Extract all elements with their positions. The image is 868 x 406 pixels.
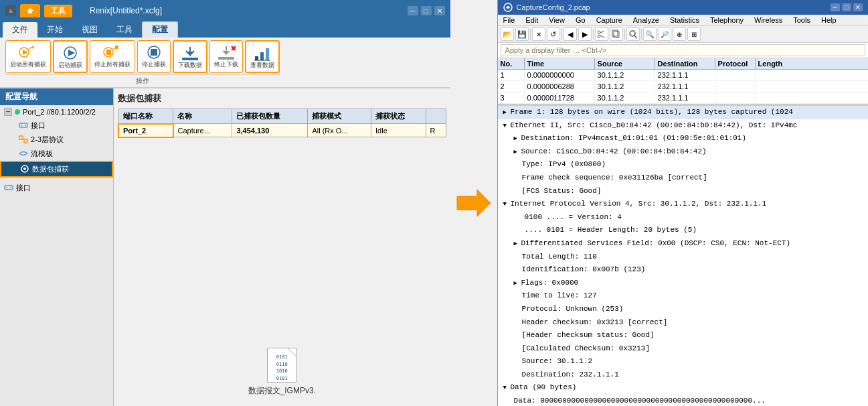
sidebar-item-interface1[interactable]: 接口 — [0, 119, 113, 133]
btn-stop-capture-label: 停止捕获 — [142, 61, 166, 68]
table-row[interactable]: Port_2 Capture... 3,454,130 All (Rx O...… — [118, 124, 446, 137]
svg-rect-14 — [182, 58, 198, 60]
ws-btn-copy[interactable] — [610, 27, 623, 41]
ws-window-controls: ─ □ ✕ — [831, 3, 863, 11]
packet-row-3[interactable]: 3 0.0000011728 30.1.1.2 232.1.1.1 — [498, 92, 868, 104]
quick-access[interactable] — [20, 4, 40, 17]
menu-analyze[interactable]: Analyze — [628, 15, 665, 25]
sidebar-item-port[interactable]: ─ Port_2 //80.1.1200/2/2 — [0, 105, 113, 119]
menu-capture[interactable]: Capture — [591, 15, 628, 25]
ws-maximize[interactable]: □ — [842, 3, 851, 11]
menu-telephony[interactable]: Telephony — [705, 15, 749, 25]
ws-btn-open[interactable]: 📂 — [501, 27, 514, 41]
menu-view[interactable]: View — [543, 15, 570, 25]
detail-row-21[interactable]: ▼ Data (90 bytes) — [498, 381, 868, 395]
ws-list-header: No. Time Source Destination Protocol Len… — [498, 58, 868, 70]
svg-point-31 — [23, 167, 26, 170]
detail-row-13[interactable]: ▶ Flags: 0x0000 — [498, 277, 868, 290]
tab-config[interactable]: 配置 — [142, 21, 178, 38]
detail-row-12: Identification: 0x007b (123) — [498, 263, 868, 277]
menu-statistics[interactable]: Statistics — [665, 15, 705, 25]
tab-view[interactable]: 视图 — [72, 22, 107, 38]
tab-start[interactable]: 开始 — [37, 22, 72, 38]
ws-btn-close[interactable]: ✕ — [532, 27, 545, 41]
pkt2-src: 30.1.1.2 — [595, 81, 655, 92]
sidebar-item-capture-active[interactable]: 数据包捕获 — [0, 161, 113, 178]
ws-minimize[interactable]: ─ — [831, 3, 840, 11]
ws-btn-reload[interactable]: ↺ — [547, 27, 560, 41]
col-count: 已捕获包数量 — [232, 109, 308, 124]
btn-download[interactable]: 下载数据 — [173, 40, 207, 73]
svg-point-33 — [6, 187, 7, 188]
detail-row-0[interactable]: ▶ Frame 1: 128 bytes on wire (1024 bits)… — [498, 106, 868, 119]
menu-help[interactable]: Help — [816, 15, 842, 25]
expand-icon-1: ▼ — [503, 123, 511, 129]
pkt3-no: 3 — [498, 92, 525, 103]
copy-icon — [612, 29, 621, 39]
menu-wireless[interactable]: Wireless — [749, 15, 788, 25]
ws-btn-forward[interactable]: ▶ — [578, 27, 592, 41]
header-no: No. — [498, 58, 525, 69]
detail-row-1[interactable]: ▼ Ethernet II, Src: Cisco_b0:84:42 (00:0… — [498, 119, 868, 133]
svg-rect-27 — [19, 136, 23, 139]
btn-start-capture-label: 启动捕获 — [58, 62, 82, 69]
detail-row-3[interactable]: ▶ Source: Cisco_b0:84:42 (00:0e:84:b0:84… — [498, 145, 868, 159]
tab-tools[interactable]: 工具 — [107, 22, 142, 38]
active-tab-badge[interactable]: 工具 — [44, 5, 72, 17]
header-len: Length — [756, 58, 796, 69]
svg-rect-20 — [255, 56, 258, 60]
btn-stop-capture[interactable]: 停止捕获 — [137, 40, 171, 73]
menu-edit[interactable]: Edit — [520, 15, 543, 25]
detail-row-7[interactable]: ▼ Internet Protocol Version 4, Src: 30.1… — [498, 198, 868, 211]
ws-filter-input[interactable] — [501, 44, 865, 56]
svg-line-39 — [600, 31, 604, 33]
close-btn[interactable]: ✕ — [434, 6, 445, 15]
pkt2-len — [756, 81, 796, 92]
sidebar: 配置导航 ─ Port_2 //80.1.1200/2/2 接口 2-3层协议 … — [0, 88, 114, 406]
ws-btn-find[interactable] — [626, 27, 640, 41]
sidebar-item-interface2[interactable]: 接口 — [0, 180, 113, 195]
btn-view-data[interactable]: 查看数据 — [245, 40, 280, 73]
ws-btn-normal[interactable]: ⊕ — [673, 27, 686, 41]
detail-row-6: [FCS Status: Good] — [498, 185, 868, 198]
svg-rect-16 — [218, 57, 234, 60]
expand-icon[interactable]: ─ — [4, 108, 12, 116]
svg-marker-7 — [68, 50, 75, 56]
pkt2-proto — [715, 81, 756, 92]
tab-file[interactable]: 文件 — [3, 22, 37, 38]
packet-row-2[interactable]: 2 0.0000006288 30.1.1.2 232.1.1.1 — [498, 81, 868, 92]
capture-content: 数据包捕获 端口名称 名称 已捕获包数量 捕获模式 捕获状态 Port_2 — [114, 88, 450, 406]
sidebar-item-flow[interactable]: 流模板 — [0, 147, 113, 161]
ws-menubar: File Edit View Go Capture Analyze Statis… — [498, 15, 868, 26]
ws-close[interactable]: ✕ — [853, 3, 863, 11]
menu-tools[interactable]: Tools — [788, 15, 816, 25]
svg-rect-21 — [260, 52, 264, 60]
btn-start-all[interactable]: 启动所有捕获 — [5, 40, 51, 73]
ws-btn-back[interactable]: ◀ — [563, 27, 577, 41]
detail-row-10[interactable]: ▶ Differentiated Services Field: 0x00 (D… — [498, 237, 868, 251]
maximize-btn[interactable]: □ — [421, 6, 432, 15]
ws-title-bar: CaptureConfig_2.pcap ─ □ ✕ — [498, 0, 868, 15]
btn-stop-all[interactable]: 停止所有捕获 — [90, 40, 135, 73]
cell-name: Capture... — [173, 124, 232, 137]
detail-row-2[interactable]: ▶ Destination: IPv4mcast_01:01:01 (01:00… — [498, 132, 868, 145]
expand-icon-3: ▶ — [514, 149, 521, 155]
header-proto: Protocol — [715, 58, 756, 69]
minimize-btn[interactable]: ─ — [408, 6, 418, 15]
btn-terminate[interactable]: 终止下载 — [209, 40, 243, 73]
detail-row-14: Time to live: 127 — [498, 289, 868, 303]
ws-btn-resize[interactable]: ⊞ — [687, 27, 701, 41]
sidebar-item-protocol[interactable]: 2-3层协议 — [0, 133, 113, 147]
menu-go[interactable]: Go — [570, 15, 591, 25]
capture-table: 端口名称 名称 已捕获包数量 捕获模式 捕获状态 Port_2 Capture.… — [118, 109, 446, 138]
ws-btn-zoom-out[interactable]: 🔎 — [658, 27, 671, 41]
packet-row-1[interactable]: 1 0.0000000000 30.1.1.2 232.1.1.1 — [498, 70, 868, 81]
menu-file[interactable]: File — [498, 15, 521, 25]
ws-btn-zoom-in[interactable]: 🔍 — [643, 27, 657, 41]
detail-row-11: Total Length: 110 — [498, 251, 868, 264]
btn-start-capture[interactable]: 启动捕获 — [53, 40, 88, 73]
ws-btn-save[interactable]: 💾 — [515, 27, 529, 41]
cell-port: Port_2 — [118, 124, 173, 137]
status-dot — [15, 109, 20, 115]
ws-btn-cut[interactable] — [595, 27, 608, 41]
